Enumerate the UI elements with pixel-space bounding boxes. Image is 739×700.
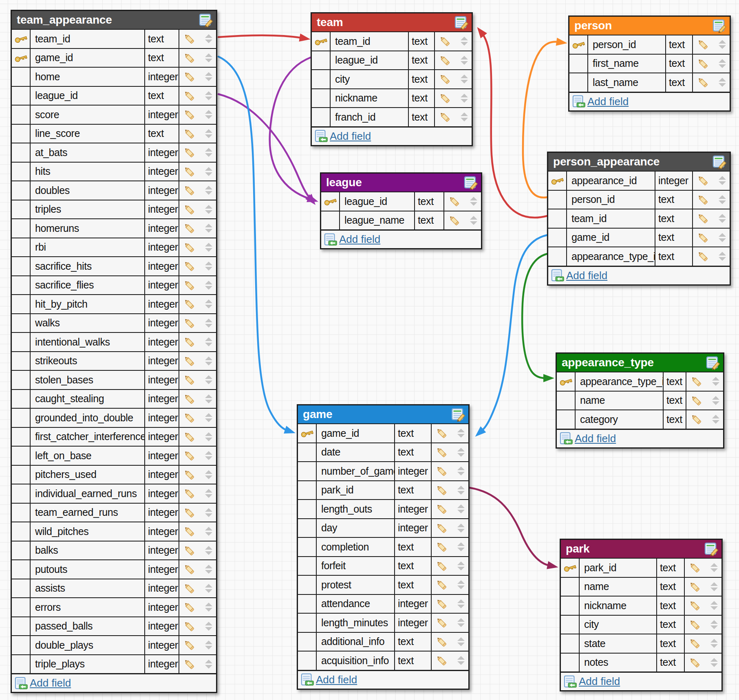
table-row[interactable]: triple_plays integer [12, 654, 216, 674]
table-row[interactable]: intentional_walks integer [12, 332, 216, 351]
table-row[interactable]: league_name text [321, 211, 481, 230]
up-down-arrows-icon[interactable] [719, 252, 726, 261]
up-down-arrows-icon[interactable] [205, 148, 212, 157]
up-down-arrows-icon[interactable] [719, 195, 726, 204]
table-row[interactable]: doubles integer [12, 181, 216, 200]
pencil-icon[interactable] [183, 52, 195, 64]
table-row[interactable]: game_id text [298, 423, 468, 442]
up-down-arrows-icon[interactable] [461, 75, 468, 84]
add-field-link[interactable]: Add field [316, 674, 357, 686]
pencil-icon[interactable] [697, 212, 709, 225]
pencil-icon[interactable] [435, 503, 448, 515]
up-down-arrows-icon[interactable] [205, 451, 212, 460]
up-down-arrows-icon[interactable] [461, 37, 468, 46]
table-row[interactable]: person_id text [569, 35, 730, 54]
up-down-arrows-icon[interactable] [470, 216, 477, 225]
up-down-arrows-icon[interactable] [461, 94, 468, 103]
pencil-icon[interactable] [435, 654, 448, 667]
pencil-icon[interactable] [183, 128, 195, 140]
up-down-arrows-icon[interactable] [205, 205, 212, 214]
up-down-arrows-icon[interactable] [457, 504, 465, 513]
up-down-arrows-icon[interactable] [710, 620, 718, 629]
pencil-icon[interactable] [435, 636, 448, 648]
table-row[interactable]: hits integer [12, 162, 216, 181]
pencil-icon[interactable] [183, 222, 195, 234]
up-down-arrows-icon[interactable] [205, 357, 212, 365]
table-row[interactable]: name text [557, 391, 723, 410]
pencil-icon[interactable] [697, 57, 709, 70]
pencil-icon[interactable] [183, 431, 195, 443]
pencil-icon[interactable] [183, 279, 195, 291]
pencil-icon[interactable] [183, 317, 195, 329]
add-field-link[interactable]: Add field [566, 269, 607, 282]
table-row[interactable]: strikeouts integer [12, 351, 216, 370]
table-row[interactable]: sacrifice_flies integer [12, 275, 216, 295]
up-down-arrows-icon[interactable] [205, 584, 212, 593]
up-down-arrows-icon[interactable] [205, 489, 212, 498]
table-header[interactable]: appearance_type [557, 354, 723, 372]
pencil-icon[interactable] [183, 374, 195, 386]
add-field-link[interactable]: Add field [587, 95, 629, 108]
add-field-link[interactable]: Add field [30, 677, 71, 689]
up-down-arrows-icon[interactable] [457, 448, 465, 457]
table-row[interactable]: appearance_type_id text [548, 247, 730, 266]
pencil-icon[interactable] [183, 184, 195, 196]
edit-table-icon[interactable] [463, 175, 478, 190]
up-down-arrows-icon[interactable] [205, 394, 212, 403]
up-down-arrows-icon[interactable] [457, 656, 465, 665]
pencil-icon[interactable] [183, 487, 195, 500]
table-row[interactable]: first_name text [569, 54, 730, 73]
table-row[interactable]: errors integer [12, 597, 216, 616]
table-row[interactable]: forfeit text [298, 556, 468, 575]
pencil-icon[interactable] [183, 241, 195, 253]
up-down-arrows-icon[interactable] [719, 233, 726, 242]
table-row[interactable]: game_id text [548, 228, 730, 247]
table-row[interactable]: acquisition_info text [298, 651, 468, 670]
table-row[interactable]: last_name text [569, 73, 730, 92]
table-row[interactable]: date text [298, 442, 468, 462]
table-row[interactable]: league_id text [12, 86, 216, 105]
table-row[interactable]: hit_by_pitch integer [12, 294, 216, 313]
up-down-arrows-icon[interactable] [205, 53, 212, 62]
table-row[interactable]: category text [557, 409, 723, 429]
pencil-icon[interactable] [690, 413, 702, 425]
table-row[interactable]: additional_info text [298, 632, 468, 651]
table-row[interactable]: appearance_id integer [548, 171, 730, 190]
pencil-icon[interactable] [183, 393, 195, 405]
pencil-icon[interactable] [697, 76, 709, 88]
pencil-icon[interactable] [435, 560, 448, 572]
up-down-arrows-icon[interactable] [205, 622, 212, 631]
pencil-icon[interactable] [435, 427, 448, 439]
up-down-arrows-icon[interactable] [205, 375, 212, 384]
table-row[interactable]: attendance integer [298, 594, 468, 613]
table-row[interactable]: score integer [12, 105, 216, 124]
up-down-arrows-icon[interactable] [457, 486, 465, 495]
table-row[interactable]: city text [561, 615, 721, 634]
add-field-link[interactable]: Add field [330, 130, 371, 143]
table-header[interactable]: team_appearance [12, 11, 216, 29]
table-row[interactable]: rbi integer [12, 238, 216, 257]
table-row[interactable]: person_id text [548, 190, 730, 209]
edit-table-icon[interactable] [454, 15, 469, 30]
up-down-arrows-icon[interactable] [205, 224, 212, 233]
up-down-arrows-icon[interactable] [205, 129, 212, 138]
table-row[interactable]: length_outs integer [298, 499, 468, 518]
table-row[interactable]: team_id text [12, 29, 216, 48]
up-down-arrows-icon[interactable] [205, 262, 212, 271]
pencil-icon[interactable] [435, 465, 448, 477]
up-down-arrows-icon[interactable] [719, 176, 726, 185]
pencil-icon[interactable] [688, 581, 701, 593]
pencil-icon[interactable] [697, 194, 709, 206]
pencil-icon[interactable] [183, 165, 195, 178]
up-down-arrows-icon[interactable] [712, 396, 719, 405]
table-row[interactable]: putouts integer [12, 559, 216, 579]
table-row[interactable]: name text [561, 577, 721, 596]
pencil-icon[interactable] [439, 73, 451, 85]
pencil-icon[interactable] [697, 231, 709, 244]
up-down-arrows-icon[interactable] [205, 337, 212, 346]
table-row[interactable]: day integer [298, 518, 468, 537]
up-down-arrows-icon[interactable] [719, 214, 726, 223]
pencil-icon[interactable] [448, 195, 460, 207]
table-row[interactable]: franch_id text [312, 107, 472, 126]
table-row[interactable]: left_on_base integer [12, 446, 216, 465]
